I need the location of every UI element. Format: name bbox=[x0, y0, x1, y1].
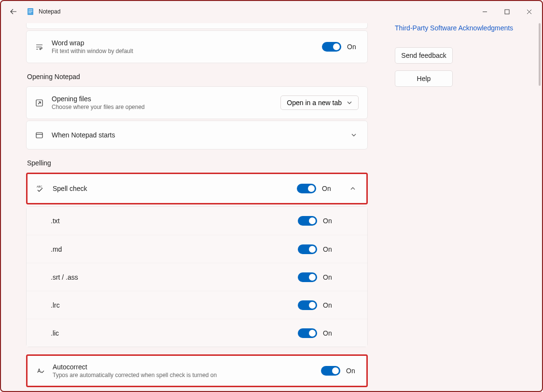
ext-row-lrc: .lrc On bbox=[27, 291, 367, 319]
ext-toggle-lic[interactable] bbox=[298, 328, 317, 338]
previous-card-fragment bbox=[26, 23, 368, 29]
titlebar: Notepad bbox=[1, 1, 542, 22]
ext-toggle-txt[interactable] bbox=[298, 216, 317, 226]
help-button[interactable]: Help bbox=[395, 70, 453, 87]
ext-row-txt: .txt On bbox=[27, 207, 367, 235]
ext-toggle-md[interactable] bbox=[298, 244, 317, 254]
when-starts-card[interactable]: When Notepad starts bbox=[26, 121, 368, 149]
close-button[interactable] bbox=[518, 4, 540, 19]
svg-rect-6 bbox=[36, 133, 42, 138]
ext-label: .txt bbox=[51, 217, 298, 225]
ext-toggle-srt[interactable] bbox=[298, 272, 317, 282]
ext-state: On bbox=[323, 329, 334, 337]
spell-check-extensions: .txt On .md On .srt / .ass bbox=[26, 206, 368, 347]
word-wrap-state: On bbox=[347, 43, 359, 51]
spell-check-icon: ABC bbox=[36, 185, 50, 193]
notepad-icon bbox=[26, 7, 35, 16]
chevron-down-icon bbox=[349, 132, 359, 138]
word-wrap-card[interactable]: Word wrap Fit text within window by defa… bbox=[26, 30, 368, 63]
ext-toggle-lrc[interactable] bbox=[298, 300, 317, 310]
chevron-down-icon bbox=[347, 100, 352, 106]
ext-state: On bbox=[323, 245, 334, 253]
spell-check-title: Spell check bbox=[53, 185, 297, 192]
main-content: Word wrap Fit text within window by defa… bbox=[1, 22, 368, 391]
autocorrect-toggle[interactable] bbox=[321, 366, 340, 376]
opening-files-sub: Choose where your files are opened bbox=[52, 104, 280, 110]
ext-label: .lic bbox=[51, 329, 298, 337]
ext-state: On bbox=[323, 301, 334, 309]
ext-row-srt: .srt / .ass On bbox=[27, 263, 367, 291]
opening-files-card[interactable]: Opening files Choose where your files ar… bbox=[26, 86, 368, 119]
acknowledgments-link[interactable]: Third-Party Software Acknowledgments bbox=[395, 24, 532, 32]
ext-state: On bbox=[323, 273, 334, 281]
opening-files-title: Opening files bbox=[52, 95, 280, 103]
opening-files-value: Open in a new tab bbox=[287, 99, 342, 107]
word-wrap-sub: Fit text within window by default bbox=[52, 48, 322, 54]
autocorrect-sub: Typos are automatically corrected when s… bbox=[53, 372, 321, 378]
when-starts-title: When Notepad starts bbox=[52, 131, 349, 139]
autocorrect-card[interactable]: Autocorrect Typos are automatically corr… bbox=[26, 354, 368, 387]
ext-row-md: .md On bbox=[27, 235, 367, 263]
autocorrect-title: Autocorrect bbox=[53, 363, 321, 371]
section-spelling: Spelling bbox=[27, 159, 368, 167]
svg-rect-4 bbox=[505, 10, 509, 14]
app-title: Notepad bbox=[39, 8, 60, 15]
opening-files-dropdown[interactable]: Open in a new tab bbox=[280, 95, 359, 110]
autocorrect-icon bbox=[36, 367, 50, 375]
open-external-icon bbox=[35, 99, 49, 107]
ext-state: On bbox=[323, 217, 334, 225]
svg-rect-3 bbox=[28, 13, 31, 13]
maximize-button[interactable] bbox=[496, 4, 518, 19]
svg-rect-2 bbox=[28, 11, 32, 12]
ext-label: .lrc bbox=[51, 301, 298, 309]
word-wrap-toggle[interactable] bbox=[322, 42, 341, 52]
send-feedback-button[interactable]: Send feedback bbox=[395, 47, 453, 64]
svg-text:ABC: ABC bbox=[37, 185, 42, 188]
ext-label: .srt / .ass bbox=[51, 273, 298, 281]
word-wrap-title: Word wrap bbox=[52, 39, 322, 47]
ext-row-lic: .lic On bbox=[27, 319, 367, 347]
spell-check-toggle[interactable] bbox=[297, 184, 316, 193]
autocorrect-state: On bbox=[346, 367, 358, 375]
spell-check-card[interactable]: ABC Spell check On bbox=[26, 173, 368, 204]
section-opening-notepad: Opening Notepad bbox=[27, 73, 368, 81]
aside: Third-Party Software Acknowledgments Sen… bbox=[368, 22, 542, 391]
back-button[interactable] bbox=[3, 1, 24, 22]
word-wrap-icon bbox=[35, 43, 49, 51]
scrollbar-thumb[interactable] bbox=[539, 23, 541, 86]
ext-label: .md bbox=[51, 245, 298, 253]
window-icon bbox=[35, 131, 49, 139]
chevron-up-icon bbox=[348, 186, 358, 191]
minimize-button[interactable] bbox=[473, 4, 496, 19]
spell-check-state: On bbox=[322, 185, 334, 192]
svg-rect-1 bbox=[28, 10, 32, 10]
